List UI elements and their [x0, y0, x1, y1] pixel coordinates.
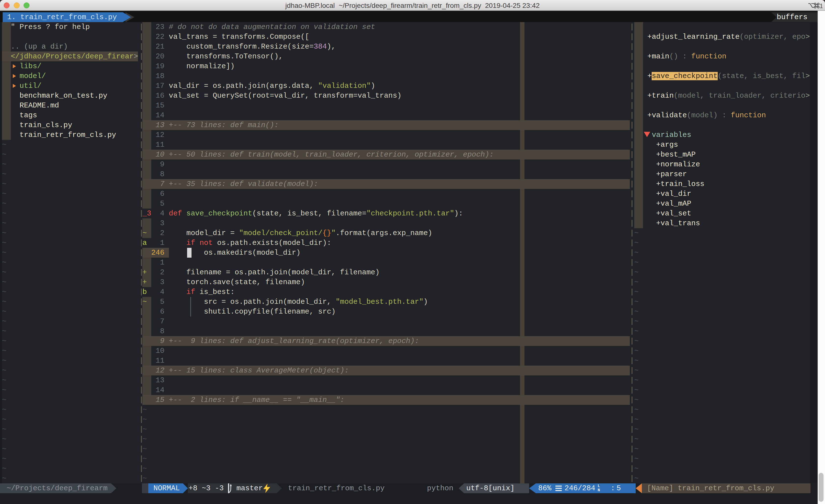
svg-text:1: 1	[820, 3, 823, 9]
